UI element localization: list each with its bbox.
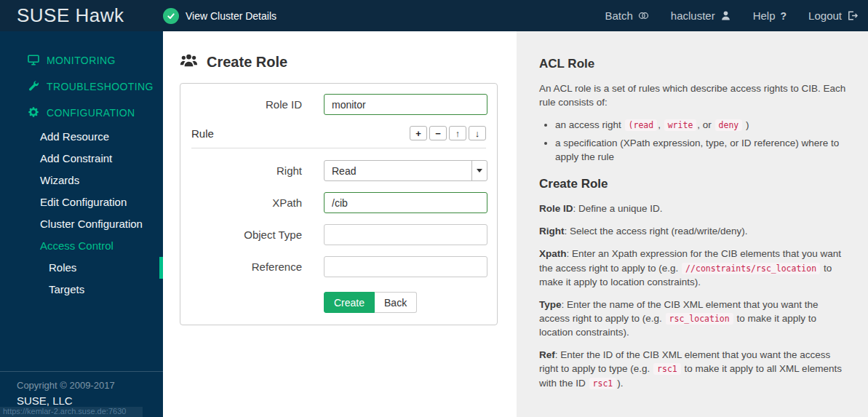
code-type-example: rsc_location (666, 313, 733, 325)
sidebar-item-monitoring[interactable]: MONITORING (0, 47, 163, 74)
role-id-label: Role ID (191, 94, 302, 115)
batch-toggle-icon (638, 10, 649, 21)
batch-label: Batch (605, 9, 632, 22)
main-content: Create Role Role ID Rule + − ↑ ↓ R (163, 31, 517, 417)
right-select-value: Read (324, 165, 471, 177)
xpath-label: XPath (191, 192, 302, 213)
code-ref-id: rsc1 (589, 378, 617, 389)
cluster-ok-check-icon (163, 8, 179, 24)
sidebar-item-label: CONFIGURATION (47, 107, 135, 119)
sidebar-footer: Copyright © 2009-2017 SUSE, LLC (0, 371, 163, 407)
rule-move-down-button[interactable]: ↓ (469, 126, 486, 140)
help-menu[interactable]: Help ? (753, 9, 787, 22)
help-panel: ACL Role An ACL role is a set of rules w… (517, 31, 868, 417)
help-xpath: Xpath: Enter an Xpath expression for the… (539, 247, 846, 288)
code-deny: deny (715, 119, 743, 131)
help-role-id: Role ID: Define a unique ID. (539, 202, 846, 215)
monitor-icon (28, 54, 39, 68)
object-type-label: Object Type (191, 224, 302, 245)
right-label: Right (191, 160, 302, 181)
role-id-input[interactable] (324, 94, 487, 115)
user-menu[interactable]: hacluster (671, 9, 731, 22)
sidebar-item-edit-configuration[interactable]: Edit Configuration (0, 191, 163, 213)
reference-input[interactable] (324, 256, 487, 277)
help-right: Right: Select the access right (read/wri… (539, 224, 846, 238)
sidebar-item-wizards[interactable]: Wizards (0, 170, 163, 191)
sign-out-icon (847, 10, 858, 21)
code-read: (read (625, 119, 658, 131)
sidebar-item-targets[interactable]: Targets (0, 279, 163, 301)
users-icon (180, 53, 198, 71)
chevron-down-icon (471, 161, 487, 180)
sidebar-item-access-control[interactable]: Access Control (0, 235, 163, 257)
rule-section-label: Rule (191, 127, 214, 140)
rule-remove-button[interactable]: − (429, 126, 447, 140)
cluster-status-label: View Cluster Details (186, 10, 276, 22)
right-select[interactable]: Read (324, 160, 487, 181)
wrench-icon (28, 80, 39, 94)
help-bullet-specification: a specification (XPath expression, type,… (555, 136, 846, 164)
browser-status-url: https://kemlar-2.arch.suse.de:7630 (0, 407, 143, 417)
create-button[interactable]: Create (324, 292, 375, 313)
logout-label: Logout (808, 9, 842, 22)
sidebar-item-label: TROUBLESHOOTING (47, 81, 154, 92)
object-type-input[interactable] (324, 224, 487, 245)
help-bullet-access-right: an access right (read, write, or deny ) (555, 118, 846, 132)
help-type: Type: Enter the name of the CIB XML elem… (539, 298, 846, 339)
logout-button[interactable]: Logout (808, 9, 858, 22)
sidebar-item-troubleshooting[interactable]: TROUBLESHOOTING (0, 74, 163, 100)
code-ref-example: rsc1 (653, 363, 681, 375)
batch-button[interactable]: Batch (605, 9, 648, 22)
page-title-text: Create Role (207, 54, 287, 71)
help-label: Help (753, 9, 776, 22)
sidebar-item-configuration[interactable]: CONFIGURATION (0, 100, 163, 126)
topbar: SUSE Hawk View Cluster Details Batch hac… (0, 0, 868, 31)
help-acl-intro: An ACL role is a set of rules which desc… (539, 82, 846, 109)
help-create-role-title: Create Role (539, 175, 846, 193)
app-logo[interactable]: SUSE Hawk (0, 4, 163, 27)
reference-label: Reference (191, 256, 302, 277)
username-label: hacluster (671, 9, 715, 22)
view-cluster-details-link[interactable]: View Cluster Details (163, 8, 276, 24)
sidebar-item-cluster-configuration[interactable]: Cluster Configuration (0, 213, 163, 235)
question-icon: ? (781, 10, 787, 22)
sidebar-item-roles[interactable]: Roles (0, 257, 163, 279)
copyright-text: Copyright © 2009-2017 (17, 380, 163, 391)
help-acl-role-title: ACL Role (539, 55, 846, 73)
help-ref: Ref: Enter the ID of the CIB XML element… (539, 348, 846, 389)
sidebar-item-label: MONITORING (47, 55, 116, 66)
gear-icon (28, 106, 39, 120)
sidebar: MONITORING TROUBLESHOOTING CONFIGURATION… (0, 31, 163, 417)
user-icon (720, 10, 731, 21)
rule-add-button[interactable]: + (410, 126, 427, 140)
code-xpath-example: //constraints/rsc_location (682, 263, 820, 274)
company-name: SUSE, LLC (17, 394, 163, 407)
rule-divider (191, 148, 486, 148)
sidebar-item-add-constraint[interactable]: Add Constraint (0, 148, 163, 170)
rule-move-up-button[interactable]: ↑ (449, 126, 466, 140)
back-button[interactable]: Back (375, 292, 417, 313)
xpath-input[interactable] (324, 192, 487, 213)
code-write: write (664, 119, 697, 131)
create-role-form: Role ID Rule + − ↑ ↓ Right R (180, 83, 498, 325)
sidebar-item-add-resource[interactable]: Add Resource (0, 126, 163, 148)
page-title: Create Role (180, 53, 517, 71)
